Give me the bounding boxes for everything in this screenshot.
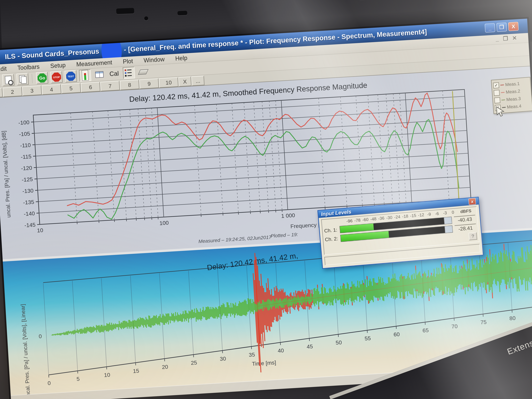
waveform-green-segment [277, 298, 277, 307]
bezel-slot [116, 8, 134, 14]
legend-list-icon[interactable] [123, 67, 135, 79]
waveform-green-segment [414, 273, 415, 291]
table-icon[interactable] [93, 68, 106, 81]
waveform-green-segment [196, 308, 197, 319]
waveform-green-segment [97, 326, 98, 330]
waveform-green-segment [188, 314, 189, 322]
measurement-tab-1[interactable]: 1 [0, 88, 3, 98]
menu-item-window[interactable]: Window [142, 55, 166, 64]
dbfs-tick--78: -78 [353, 218, 361, 223]
tab-more-button[interactable]: ... [191, 76, 205, 86]
x-minor-tick [201, 215, 201, 217]
waveform-green-segment [310, 297, 310, 305]
waveform-green-segment [223, 303, 224, 314]
waveform-green-segment [109, 323, 110, 330]
help-button[interactable]: ? [469, 232, 477, 241]
measurement-tab-3[interactable]: 3 [22, 85, 42, 96]
waveform-green-segment [124, 321, 124, 328]
legend-checkbox-meas.1[interactable]: ✓ [493, 82, 499, 89]
menu-item-measurement[interactable]: Measurement [75, 58, 113, 68]
close-button[interactable]: X [508, 22, 519, 31]
waveform-green-segment [284, 299, 284, 308]
waveform-green-segment [271, 301, 272, 309]
stop-button[interactable]: STOP [50, 71, 63, 83]
waveform-green-segment [255, 304, 255, 312]
test-octagon-icon: TEST [66, 71, 76, 81]
waveform-green-segment [173, 314, 173, 321]
child-restore-button[interactable]: ❐ [503, 35, 508, 42]
waveform-green-segment [324, 294, 324, 304]
waveform-green-segment [158, 316, 159, 324]
y-tick [34, 179, 37, 179]
waveform-green-segment [109, 324, 109, 331]
x-tick-label: 10 [37, 227, 43, 234]
gridline-h [36, 130, 467, 156]
input-levels-close-icon[interactable]: x [469, 198, 476, 205]
measurement-tab-6[interactable]: 6 [81, 82, 100, 92]
tab-close-button[interactable]: X [178, 76, 191, 87]
child-close-button[interactable]: ✕ [512, 35, 517, 41]
menu-item-help[interactable]: Help [174, 54, 189, 63]
legend-checkbox-meas.3[interactable] [494, 97, 500, 103]
waveform-green-segment [210, 309, 210, 317]
level-meter-icon[interactable] [79, 69, 91, 82]
channel-peak-cell [444, 217, 452, 224]
gridline-v-minor [138, 109, 145, 218]
menu-item-edit[interactable]: Edit [0, 65, 8, 73]
legend-label: Meas.1 [505, 81, 520, 87]
print-preview-icon[interactable] [2, 74, 14, 86]
x-minor-tick [223, 214, 223, 215]
menu-item-setup[interactable]: Setup [49, 61, 67, 70]
measurement-tab-2[interactable]: 2 [3, 87, 22, 97]
gridline-v [101, 278, 107, 367]
eraser-icon[interactable] [137, 66, 149, 78]
menu-item-plot[interactable]: Plot [122, 57, 134, 65]
x-tick [222, 351, 223, 353]
waveform-green-segment [174, 313, 174, 322]
measurement-tab-10[interactable]: 10 [159, 77, 178, 88]
measurement-tab-7[interactable]: 7 [100, 81, 120, 91]
x-tick-label: 40 [278, 347, 284, 354]
x-tick-label: 25 [191, 359, 197, 366]
waveform-green-segment [297, 298, 297, 303]
waveform-green-segment [93, 326, 94, 332]
dbfs-tick--3: -3 [441, 210, 449, 216]
gridline-v-minor [145, 108, 152, 218]
measurement-tab-4[interactable]: 4 [42, 84, 61, 95]
x-tick [454, 318, 454, 321]
copy-icon[interactable] [16, 73, 29, 85]
waveform-green-segment [187, 313, 187, 318]
measurement-tab-9[interactable]: 9 [139, 78, 159, 89]
restore-button[interactable]: ❐ [496, 23, 507, 32]
test-button[interactable]: TEST [64, 70, 77, 82]
measurement-tab-5[interactable]: 5 [61, 83, 81, 94]
cal-button[interactable]: Cal [108, 70, 120, 77]
mouse-cursor-icon [496, 106, 506, 117]
gridline-v-minor [276, 101, 282, 210]
waveform-green-segment [267, 300, 268, 310]
y-tick [37, 224, 40, 225]
gridline-v-minor [120, 110, 127, 219]
waveform-green-segment [114, 323, 114, 329]
waveform-green-segment [259, 303, 259, 310]
child-minimize-button[interactable]: _ [495, 36, 499, 42]
waveform-green-segment [156, 316, 156, 323]
gridline-v-minor [319, 98, 325, 208]
waveform-green-segment [134, 320, 135, 327]
waveform-green-segment [257, 305, 257, 312]
waveform-green-segment [288, 299, 289, 307]
y-tick-label: -120 [21, 165, 32, 171]
waveform-green-segment [91, 327, 91, 333]
measurement-tab-8[interactable]: 8 [120, 80, 139, 90]
frequency-cursor-line[interactable] [452, 91, 459, 199]
menu-item-toolbars[interactable]: Toolbars [16, 63, 41, 72]
waveform-green-segment [85, 327, 85, 333]
minimize-button[interactable]: _ [485, 23, 495, 33]
go-button[interactable]: Go [36, 72, 48, 84]
waveform-green-segment [266, 302, 266, 307]
gridline-v-minor [152, 108, 158, 217]
waveform-green-segment [231, 303, 231, 314]
legend-checkbox-meas.2[interactable] [494, 90, 500, 96]
waveform-green-segment [232, 307, 233, 315]
printer-icon[interactable] [0, 75, 0, 87]
